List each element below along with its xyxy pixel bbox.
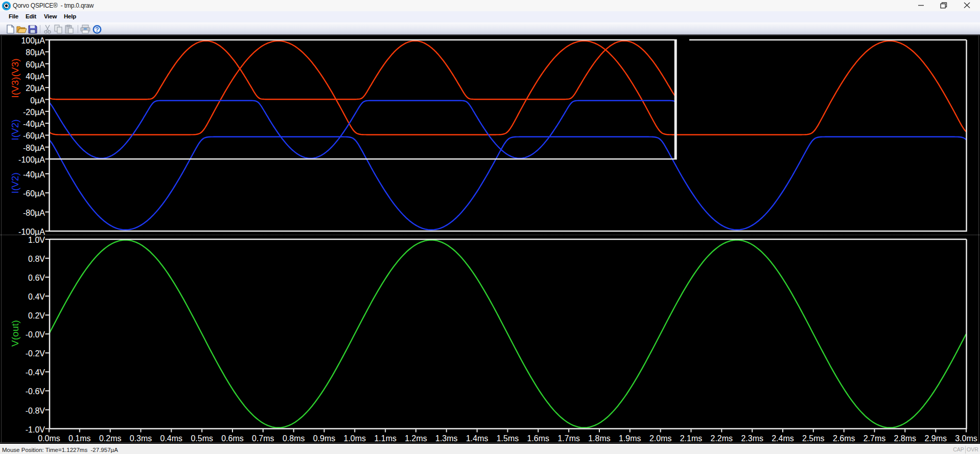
- svg-text:2.4ms: 2.4ms: [772, 434, 794, 443]
- svg-text:-1.0V: -1.0V: [26, 425, 45, 434]
- svg-text:0.0ms: 0.0ms: [38, 434, 60, 443]
- svg-text:0.1ms: 0.1ms: [68, 434, 91, 443]
- svg-text:-80µA: -80µA: [23, 209, 45, 217]
- svg-text:I(V2): I(V2): [10, 172, 20, 193]
- svg-text:1.1ms: 1.1ms: [374, 434, 396, 443]
- svg-text:2.6ms: 2.6ms: [833, 434, 855, 443]
- svg-text:-20µA: -20µA: [23, 108, 45, 117]
- svg-text:0.3ms: 0.3ms: [130, 434, 152, 443]
- svg-text:0.4V: 0.4V: [28, 292, 45, 301]
- svg-text:0.7ms: 0.7ms: [252, 434, 274, 443]
- svg-text:-100µA: -100µA: [18, 155, 45, 164]
- svg-text:1.6ms: 1.6ms: [527, 434, 550, 443]
- svg-text:0.2V: 0.2V: [28, 311, 45, 320]
- svg-text:1.7ms: 1.7ms: [557, 434, 580, 443]
- svg-text:-60µA: -60µA: [23, 131, 45, 140]
- svg-text:20µA: 20µA: [26, 84, 45, 93]
- svg-text:1.8ms: 1.8ms: [588, 434, 611, 443]
- svg-text:-0.6V: -0.6V: [26, 387, 45, 396]
- svg-text:0.4ms: 0.4ms: [160, 434, 183, 443]
- svg-text:-0.8V: -0.8V: [26, 406, 45, 415]
- svg-text:-60µA: -60µA: [23, 189, 45, 198]
- svg-text:2.8ms: 2.8ms: [894, 434, 917, 443]
- svg-text:-100µA: -100µA: [18, 228, 45, 236]
- svg-text:2.0ms: 2.0ms: [649, 434, 672, 443]
- svg-text:-40µA: -40µA: [23, 120, 45, 128]
- svg-text:-0.4V: -0.4V: [26, 368, 45, 377]
- svg-text:80µA: 80µA: [26, 48, 45, 57]
- svg-text:0.5ms: 0.5ms: [191, 434, 213, 443]
- svg-text:1.0ms: 1.0ms: [344, 434, 366, 443]
- svg-text:60µA: 60µA: [26, 60, 45, 69]
- svg-text:2.9ms: 2.9ms: [924, 434, 947, 443]
- svg-text:2.5ms: 2.5ms: [802, 434, 825, 443]
- svg-text:1.2ms: 1.2ms: [405, 434, 427, 443]
- svg-text:2.7ms: 2.7ms: [864, 434, 886, 443]
- svg-text:2.1ms: 2.1ms: [680, 434, 703, 443]
- svg-text:-80µA: -80µA: [23, 144, 45, 152]
- svg-text:2.3ms: 2.3ms: [741, 434, 763, 443]
- svg-text:0.6V: 0.6V: [28, 274, 45, 282]
- svg-text:?: ?: [95, 26, 99, 33]
- svg-text:3.0ms: 3.0ms: [955, 434, 977, 443]
- svg-text:1.3ms: 1.3ms: [435, 434, 458, 443]
- svg-text:1.5ms: 1.5ms: [497, 434, 519, 443]
- svg-text:I(V2): I(V2): [10, 119, 20, 140]
- svg-text:0µA: 0µA: [30, 96, 45, 105]
- svg-text:0.2ms: 0.2ms: [99, 434, 122, 443]
- svg-text:1.4ms: 1.4ms: [466, 434, 488, 443]
- svg-text:I(V3)(V3): I(V3)(V3): [10, 58, 20, 98]
- svg-text:-0.0V: -0.0V: [26, 330, 45, 339]
- svg-text:40µA: 40µA: [26, 72, 45, 81]
- svg-text:-0.2V: -0.2V: [26, 349, 45, 358]
- svg-text:1.9ms: 1.9ms: [619, 434, 641, 443]
- svg-text:-40µA: -40µA: [23, 170, 45, 179]
- svg-text:1.0V: 1.0V: [28, 236, 45, 244]
- svg-text:0.6ms: 0.6ms: [221, 434, 244, 443]
- svg-text:0.8V: 0.8V: [28, 255, 45, 263]
- svg-text:100µA: 100µA: [21, 36, 45, 45]
- svg-text:0.8ms: 0.8ms: [283, 434, 305, 443]
- svg-text:0.9ms: 0.9ms: [313, 434, 336, 443]
- svg-text:2.2ms: 2.2ms: [711, 434, 733, 443]
- svg-text:V(out): V(out): [10, 320, 20, 347]
